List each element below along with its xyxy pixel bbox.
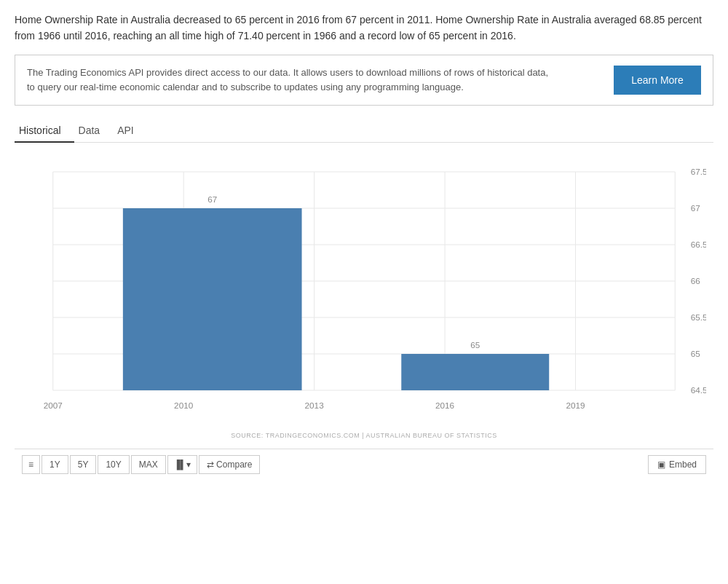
svg-text:65: 65: [691, 350, 700, 358]
svg-text:2010: 2010: [174, 401, 193, 410]
svg-text:2019: 2019: [566, 401, 585, 410]
timerange-max-button[interactable]: MAX: [131, 455, 166, 474]
api-banner: The Trading Economics API provides direc…: [15, 55, 713, 106]
svg-text:67: 67: [691, 204, 700, 213]
chart-area: 67 65 2007 2010 2013 2016 2019 67.5: [15, 143, 713, 449]
timerange-5y-button[interactable]: 5Y: [70, 455, 97, 474]
timerange-1y-button[interactable]: 1Y: [41, 455, 68, 474]
description-text: Home Ownership Rate in Australia decreas…: [15, 12, 713, 44]
svg-text:66: 66: [691, 277, 700, 285]
learn-more-button[interactable]: Learn More: [614, 66, 701, 95]
svg-text:2013: 2013: [305, 401, 324, 410]
svg-rect-15: [401, 354, 549, 390]
svg-text:67: 67: [207, 195, 217, 204]
embed-button[interactable]: ▣ Embed: [648, 455, 706, 474]
svg-text:64.5: 64.5: [691, 386, 706, 395]
chart-type-button[interactable]: ▐▌▾: [167, 455, 197, 474]
api-banner-text: The Trading Economics API provides direc…: [27, 66, 551, 95]
svg-text:2007: 2007: [44, 401, 63, 410]
tab-api[interactable]: API: [113, 119, 147, 142]
chart-source: SOURCE: TRADINGECONOMICS.COM | AUSTRALIA…: [22, 432, 706, 439]
tabs-row: Historical Data API: [15, 119, 713, 143]
svg-text:65: 65: [470, 341, 480, 350]
svg-text:67.5: 67.5: [691, 167, 706, 176]
svg-text:65.5: 65.5: [691, 313, 706, 322]
tab-historical[interactable]: Historical: [15, 119, 74, 142]
compare-button[interactable]: ⇄ Compare: [199, 455, 261, 474]
timerange-10y-button[interactable]: 10Y: [98, 455, 129, 474]
toolbar: ≡ 1Y 5Y 10Y MAX ▐▌▾ ⇄ Compare ▣ Embed: [15, 449, 713, 480]
tab-data[interactable]: Data: [74, 119, 114, 142]
table-view-button[interactable]: ≡: [22, 455, 40, 474]
embed-label: Embed: [669, 459, 697, 470]
svg-text:2016: 2016: [435, 401, 454, 410]
embed-icon: ▣: [657, 459, 665, 470]
chart-svg: 67 65 2007 2010 2013 2016 2019 67.5: [22, 150, 706, 449]
svg-rect-13: [123, 208, 302, 390]
svg-text:66.5: 66.5: [691, 240, 706, 249]
